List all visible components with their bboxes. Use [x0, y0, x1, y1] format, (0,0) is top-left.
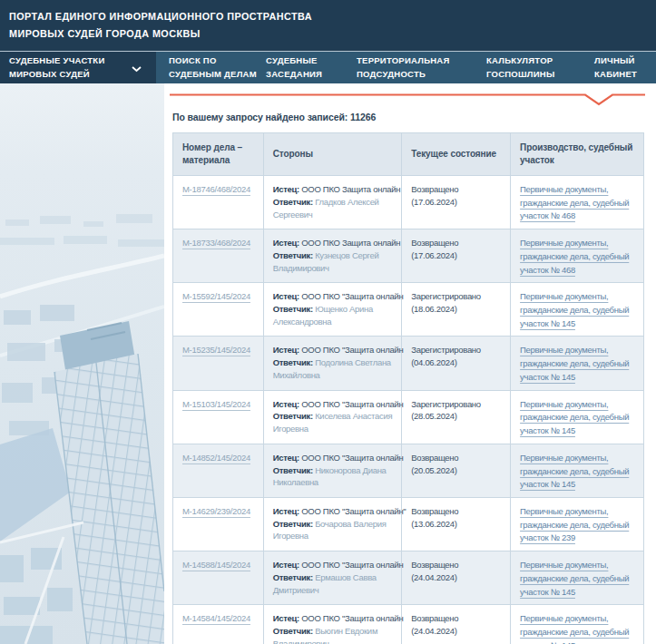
plaintiff-line: Истец: ООО ПКО "Защита онлайн: [273, 344, 397, 356]
nav-label: КАБИНЕТ: [594, 68, 656, 82]
plaintiff-label: Истец:: [273, 453, 299, 463]
nav-label: ТЕРРИТОРИАЛЬНАЯ: [357, 54, 486, 68]
case-status: Возвращено (17.06.2024): [411, 184, 458, 207]
plaintiff-name: ООО ПКО "Защита онлайн: [301, 291, 403, 301]
plaintiff-line: Истец: ООО ПКО "Защита онлайн: [273, 290, 397, 303]
case-number-link[interactable]: М-14584/145/2024: [182, 613, 250, 623]
proceeding-link[interactable]: Первичные документы, гражданские дела, с…: [520, 452, 638, 492]
table-row: М-15592/145/2024 Истец: ООО ПКО "Защита …: [173, 283, 644, 337]
proceeding-link[interactable]: Первичные документы, гражданские дела, с…: [520, 237, 638, 277]
case-number-link[interactable]: М-14852/145/2024: [182, 453, 250, 463]
plaintiff-label: Истец:: [273, 291, 299, 301]
search-results-panel: По вашему запросу найдено записей: 11266…: [164, 83, 656, 644]
column-header-status: Текущее состояние: [402, 133, 511, 176]
table-header-row: Номер дела – материала Стороны Текущее с…: [173, 133, 644, 176]
defendant-label: Ответчик:: [273, 519, 313, 529]
sidebar-city-photo: [0, 83, 164, 644]
nav-label: ГОСПОШЛИНЫ: [486, 68, 594, 82]
proceeding-link[interactable]: Первичные документы, гражданские дела, с…: [520, 290, 638, 330]
case-number-link[interactable]: М-18746/468/2024: [182, 184, 250, 194]
table-row: М-18733/468/2024 Истец: ООО ПКО Защита о…: [173, 229, 644, 283]
plaintiff-line: Истец: ООО ПКО "Защита онлайн: [273, 559, 397, 571]
active-tab-indicator: [170, 93, 649, 108]
plaintiff-label: Истец:: [273, 613, 299, 623]
plaintiff-line: Истец: ООО ПКО "Защита онлайн: [273, 398, 397, 411]
cases-table: Номер дела – материала Стороны Текущее с…: [172, 132, 644, 644]
plaintiff-name: ООО ПКО "Защита онлайн: [301, 560, 403, 570]
main-nav: СУДЕБНЫЕ УЧАСТКИ МИРОВЫХ СУДЕЙ ПОИСК ПО …: [0, 51, 656, 83]
proceeding-link[interactable]: Первичные документы, гражданские дела, с…: [520, 183, 638, 223]
nav-item-court-districts[interactable]: СУДЕБНЫЕ УЧАСТКИ МИРОВЫХ СУДЕЙ: [0, 52, 156, 83]
plaintiff-name: ООО ПКО "Защита онлайн: [301, 453, 403, 463]
table-row: М-18746/468/2024 Истец: ООО ПКО Защита о…: [173, 176, 644, 229]
plaintiff-line: Истец: ООО ПКО "Защита онлайн: [273, 452, 397, 464]
case-status: Зарегистрировано (28.05.2024): [411, 399, 481, 422]
defendant-line: Ответчик: Никонорова Диана Николаевна: [273, 464, 397, 490]
plaintiff-name: ООО ПКО Защита онлайн: [301, 238, 400, 248]
defendant-label: Ответчик:: [273, 250, 313, 260]
table-row: М-14584/145/2024 Истец: ООО ПКО "Защита …: [173, 605, 644, 644]
plaintiff-name: ООО ПКО "Защита онлайн: [301, 399, 403, 409]
plaintiff-line: Истец: ООО ПКО Защита онлайн: [273, 237, 397, 249]
case-number-link[interactable]: М-14588/145/2024: [182, 560, 250, 570]
proceeding-link[interactable]: Первичные документы, гражданские дела, с…: [520, 344, 638, 384]
defendant-label: Ответчик:: [273, 304, 313, 314]
nav-item-case-search[interactable]: ПОИСК ПО СУДЕБНЫМ ДЕЛАМ: [169, 52, 266, 83]
plaintiff-label: Истец:: [273, 238, 299, 248]
plaintiff-label: Истец:: [273, 506, 299, 516]
plaintiff-name: ООО ПКО "Защита онлайн: [301, 345, 403, 355]
table-row: М-14852/145/2024 Истец: ООО ПКО "Защита …: [173, 444, 644, 497]
defendant-label: Ответчик:: [273, 626, 313, 636]
case-status: Возвращено (24.04.2024): [411, 560, 458, 582]
nav-item-personal-cabinet[interactable]: ЛИЧНЫЙ КАБИНЕТ: [594, 52, 656, 83]
results-count: 11266: [350, 112, 376, 122]
case-number-link[interactable]: М-15235/145/2024: [182, 345, 250, 355]
results-summary: По вашему запросу найдено записей: 11266: [172, 112, 644, 122]
defendant-line: Ответчик: Ермашов Савва Дмитриевич: [273, 571, 397, 597]
page-title-line1: ПОРТАЛ ЕДИНОГО ИНФОРМАЦИОННОГО ПРОСТРАНС…: [9, 8, 647, 25]
case-number-link[interactable]: М-15103/145/2024: [182, 399, 250, 409]
case-status: Зарегистрировано (04.06.2024): [411, 345, 481, 367]
column-header-proceeding: Производство, судебный участок: [511, 133, 644, 176]
nav-item-fee-calculator[interactable]: КАЛЬКУЛЯТОР ГОСПОШЛИНЫ: [486, 52, 594, 83]
plaintiff-line: Истец: ООО ПКО Защита онлайн: [273, 183, 397, 196]
proceeding-link[interactable]: Первичные документы, гражданские дела, с…: [520, 559, 638, 599]
defendant-line: Ответчик: Ющенко Арина Александровна: [273, 303, 397, 328]
defendant-line: Ответчик: Вьюгин Евдоким Владимирович: [273, 625, 397, 644]
nav-item-court-sessions[interactable]: СУДЕБНЫЕ ЗАСЕДАНИЯ: [266, 52, 357, 83]
table-row: М-15103/145/2024 Истец: ООО ПКО "Защита …: [173, 390, 644, 444]
nav-label: ЗАСЕДАНИЯ: [266, 68, 357, 82]
proceeding-link[interactable]: Первичные документы, гражданские дела, с…: [520, 398, 638, 438]
proceeding-link[interactable]: Первичные документы, гражданские дела, с…: [520, 612, 638, 644]
column-header-parties: Стороны: [263, 133, 402, 176]
nav-label: ПОДСУДНОСТЬ: [357, 68, 486, 82]
defendant-label: Ответчик:: [273, 411, 313, 421]
nav-label: ПОИСК ПО: [169, 54, 266, 68]
plaintiff-label: Истец:: [273, 560, 299, 570]
results-summary-label: По вашему запросу найдено записей:: [172, 112, 348, 122]
case-status: Зарегистрировано (18.06.2024): [411, 291, 481, 314]
plaintiff-name: ООО ПКО Защита онлайн: [301, 184, 400, 194]
case-status: Возвращено (17.06.2024): [411, 238, 458, 260]
table-row: М-14629/239/2024 Истец: ООО ПКО "Защита …: [173, 497, 644, 551]
plaintiff-label: Истец:: [273, 184, 299, 194]
column-header-case-number: Номер дела – материала: [173, 133, 264, 176]
plaintiff-name: ООО ПКО "Защита онлайн: [301, 613, 403, 623]
nav-spacer: [156, 52, 169, 83]
case-number-link[interactable]: М-14629/239/2024: [182, 506, 250, 516]
defendant-line: Ответчик: Бочарова Валерия Игоревна: [273, 518, 397, 543]
table-row: М-14588/145/2024 Истец: ООО ПКО "Защита …: [173, 551, 644, 605]
nav-label: КАЛЬКУЛЯТОР: [486, 54, 594, 68]
plaintiff-label: Истец:: [273, 345, 299, 355]
case-number-link[interactable]: М-15592/145/2024: [182, 291, 250, 301]
nav-label: СУДЕБНЫЕ: [266, 54, 357, 68]
case-table-body: М-18746/468/2024 Истец: ООО ПКО Защита о…: [173, 176, 644, 644]
proceeding-link[interactable]: Первичные документы, гражданские дела, с…: [520, 505, 638, 545]
case-status: Возвращено (24.04.2024): [411, 613, 458, 636]
defendant-line: Ответчик: Киселева Анастасия Игоревна: [273, 410, 397, 435]
page-title-line2: МИРОВЫХ СУДЕЙ ГОРОДА МОСКВЫ: [9, 25, 647, 43]
defendant-label: Ответчик:: [273, 465, 313, 475]
case-number-link[interactable]: М-18733/468/2024: [182, 238, 250, 248]
city-background-image: [0, 83, 164, 644]
nav-item-territorial-jurisdiction[interactable]: ТЕРРИТОРИАЛЬНАЯ ПОДСУДНОСТЬ: [357, 52, 486, 83]
